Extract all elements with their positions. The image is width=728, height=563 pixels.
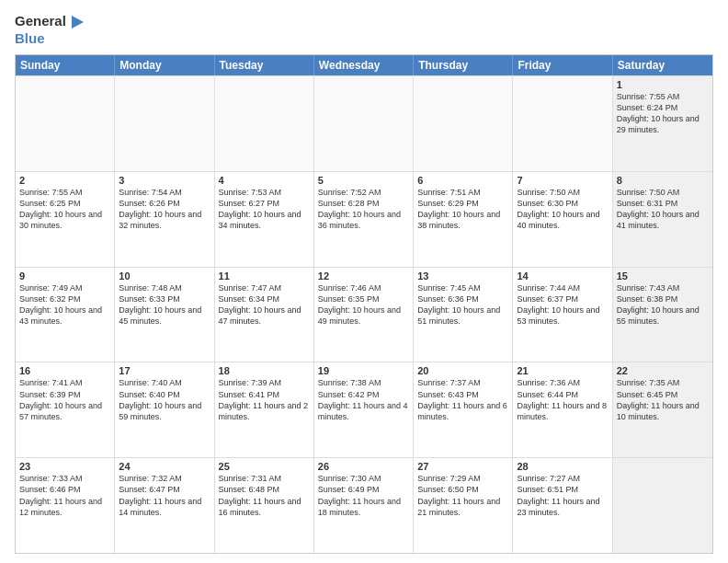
weekday-header-wednesday: Wednesday bbox=[314, 55, 414, 75]
calendar-cell: 20Sunrise: 7:37 AM Sunset: 6:43 PM Dayli… bbox=[414, 362, 513, 457]
calendar-row-4: 16Sunrise: 7:41 AM Sunset: 6:39 PM Dayli… bbox=[16, 362, 712, 457]
cell-info-text: Sunrise: 7:47 AM Sunset: 6:34 PM Dayligh… bbox=[219, 282, 310, 327]
calendar-cell: 19Sunrise: 7:38 AM Sunset: 6:42 PM Dayli… bbox=[314, 362, 414, 457]
calendar-cell: 14Sunrise: 7:44 AM Sunset: 6:37 PM Dayli… bbox=[513, 268, 612, 362]
calendar-cell: 24Sunrise: 7:32 AM Sunset: 6:47 PM Dayli… bbox=[115, 458, 214, 553]
day-number: 25 bbox=[219, 461, 310, 472]
weekday-header-saturday: Saturday bbox=[613, 55, 712, 75]
cell-info-text: Sunrise: 7:51 AM Sunset: 6:29 PM Dayligh… bbox=[417, 187, 508, 232]
day-number: 15 bbox=[617, 270, 709, 282]
cell-info-text: Sunrise: 7:29 AM Sunset: 6:50 PM Dayligh… bbox=[417, 473, 508, 518]
day-number: 28 bbox=[517, 461, 608, 472]
cell-info-text: Sunrise: 7:44 AM Sunset: 6:37 PM Dayligh… bbox=[517, 282, 608, 327]
cell-info-text: Sunrise: 7:32 AM Sunset: 6:47 PM Dayligh… bbox=[119, 473, 210, 518]
day-number: 10 bbox=[119, 270, 210, 282]
cell-info-text: Sunrise: 7:49 AM Sunset: 6:32 PM Dayligh… bbox=[19, 282, 110, 327]
calendar-cell bbox=[215, 76, 314, 171]
calendar-cell: 17Sunrise: 7:40 AM Sunset: 6:40 PM Dayli… bbox=[115, 362, 214, 457]
calendar-cell bbox=[613, 458, 712, 553]
calendar-cell: 9Sunrise: 7:49 AM Sunset: 6:32 PM Daylig… bbox=[16, 268, 115, 362]
calendar-row-1: 1Sunrise: 7:55 AM Sunset: 6:24 PM Daylig… bbox=[16, 75, 712, 171]
day-number: 6 bbox=[417, 175, 508, 186]
day-number: 4 bbox=[219, 175, 310, 186]
calendar-cell bbox=[16, 76, 115, 171]
cell-info-text: Sunrise: 7:52 AM Sunset: 6:28 PM Dayligh… bbox=[318, 187, 409, 232]
calendar-cell: 2Sunrise: 7:55 AM Sunset: 6:25 PM Daylig… bbox=[16, 172, 115, 267]
day-number: 19 bbox=[318, 365, 409, 376]
cell-info-text: Sunrise: 7:31 AM Sunset: 6:48 PM Dayligh… bbox=[219, 473, 310, 518]
day-number: 7 bbox=[517, 175, 608, 186]
day-number: 3 bbox=[119, 175, 210, 186]
calendar-cell: 8Sunrise: 7:50 AM Sunset: 6:31 PM Daylig… bbox=[613, 172, 712, 267]
cell-info-text: Sunrise: 7:39 AM Sunset: 6:41 PM Dayligh… bbox=[219, 377, 310, 422]
cell-info-text: Sunrise: 7:55 AM Sunset: 6:24 PM Dayligh… bbox=[617, 91, 709, 136]
weekday-header-sunday: Sunday bbox=[16, 55, 115, 75]
day-number: 21 bbox=[517, 365, 608, 376]
calendar-cell: 23Sunrise: 7:33 AM Sunset: 6:46 PM Dayli… bbox=[16, 458, 115, 553]
calendar-cell: 5Sunrise: 7:52 AM Sunset: 6:28 PM Daylig… bbox=[314, 172, 414, 267]
calendar-cell: 6Sunrise: 7:51 AM Sunset: 6:29 PM Daylig… bbox=[414, 172, 513, 267]
weekday-header-tuesday: Tuesday bbox=[215, 55, 314, 75]
calendar-cell: 16Sunrise: 7:41 AM Sunset: 6:39 PM Dayli… bbox=[16, 362, 115, 457]
cell-info-text: Sunrise: 7:53 AM Sunset: 6:27 PM Dayligh… bbox=[219, 187, 310, 232]
calendar-cell: 22Sunrise: 7:35 AM Sunset: 6:45 PM Dayli… bbox=[613, 362, 712, 457]
logo-triangle-icon bbox=[67, 14, 84, 30]
day-number: 11 bbox=[219, 270, 310, 282]
cell-info-text: Sunrise: 7:41 AM Sunset: 6:39 PM Dayligh… bbox=[19, 377, 110, 422]
day-number: 23 bbox=[19, 461, 110, 472]
cell-info-text: Sunrise: 7:27 AM Sunset: 6:51 PM Dayligh… bbox=[517, 473, 608, 518]
calendar-row-2: 2Sunrise: 7:55 AM Sunset: 6:25 PM Daylig… bbox=[16, 171, 712, 267]
calendar: SundayMondayTuesdayWednesdayThursdayFrid… bbox=[15, 54, 713, 554]
calendar-cell: 27Sunrise: 7:29 AM Sunset: 6:50 PM Dayli… bbox=[414, 458, 513, 553]
calendar-row-5: 23Sunrise: 7:33 AM Sunset: 6:46 PM Dayli… bbox=[16, 457, 712, 553]
calendar-cell: 15Sunrise: 7:43 AM Sunset: 6:38 PM Dayli… bbox=[613, 268, 712, 362]
calendar-cell: 3Sunrise: 7:54 AM Sunset: 6:26 PM Daylig… bbox=[115, 172, 214, 267]
calendar-header: SundayMondayTuesdayWednesdayThursdayFrid… bbox=[16, 55, 712, 75]
calendar-cell bbox=[414, 76, 513, 171]
day-number: 20 bbox=[417, 365, 508, 376]
calendar-cell: 28Sunrise: 7:27 AM Sunset: 6:51 PM Dayli… bbox=[513, 458, 612, 553]
logo: General Blue bbox=[15, 13, 84, 47]
cell-info-text: Sunrise: 7:50 AM Sunset: 6:31 PM Dayligh… bbox=[617, 187, 709, 232]
calendar-cell: 11Sunrise: 7:47 AM Sunset: 6:34 PM Dayli… bbox=[215, 268, 314, 362]
logo-text: General Blue bbox=[15, 13, 84, 47]
day-number: 14 bbox=[517, 270, 608, 282]
day-number: 1 bbox=[617, 79, 709, 90]
day-number: 16 bbox=[19, 365, 110, 376]
cell-info-text: Sunrise: 7:54 AM Sunset: 6:26 PM Dayligh… bbox=[119, 187, 210, 232]
calendar-cell: 25Sunrise: 7:31 AM Sunset: 6:48 PM Dayli… bbox=[215, 458, 314, 553]
header: General Blue bbox=[15, 13, 713, 47]
cell-info-text: Sunrise: 7:43 AM Sunset: 6:38 PM Dayligh… bbox=[617, 282, 709, 327]
weekday-header-thursday: Thursday bbox=[414, 55, 513, 75]
calendar-cell: 26Sunrise: 7:30 AM Sunset: 6:49 PM Dayli… bbox=[314, 458, 414, 553]
day-number: 5 bbox=[318, 175, 409, 186]
day-number: 17 bbox=[119, 365, 210, 376]
cell-info-text: Sunrise: 7:35 AM Sunset: 6:45 PM Dayligh… bbox=[617, 377, 709, 422]
day-number: 18 bbox=[219, 365, 310, 376]
cell-info-text: Sunrise: 7:30 AM Sunset: 6:49 PM Dayligh… bbox=[318, 473, 409, 518]
cell-info-text: Sunrise: 7:46 AM Sunset: 6:35 PM Dayligh… bbox=[318, 282, 409, 327]
day-number: 26 bbox=[318, 461, 409, 472]
weekday-header-monday: Monday bbox=[115, 55, 214, 75]
cell-info-text: Sunrise: 7:40 AM Sunset: 6:40 PM Dayligh… bbox=[119, 377, 210, 422]
cell-info-text: Sunrise: 7:37 AM Sunset: 6:43 PM Dayligh… bbox=[417, 377, 508, 422]
day-number: 27 bbox=[417, 461, 508, 472]
cell-info-text: Sunrise: 7:48 AM Sunset: 6:33 PM Dayligh… bbox=[119, 282, 210, 327]
svg-marker-0 bbox=[72, 16, 84, 29]
calendar-row-3: 9Sunrise: 7:49 AM Sunset: 6:32 PM Daylig… bbox=[16, 267, 712, 362]
calendar-cell: 21Sunrise: 7:36 AM Sunset: 6:44 PM Dayli… bbox=[513, 362, 612, 457]
day-number: 12 bbox=[318, 270, 409, 282]
calendar-cell bbox=[115, 76, 214, 171]
calendar-cell: 18Sunrise: 7:39 AM Sunset: 6:41 PM Dayli… bbox=[215, 362, 314, 457]
calendar-cell bbox=[513, 76, 612, 171]
day-number: 22 bbox=[617, 365, 709, 376]
day-number: 13 bbox=[417, 270, 508, 282]
cell-info-text: Sunrise: 7:45 AM Sunset: 6:36 PM Dayligh… bbox=[417, 282, 508, 327]
calendar-cell: 12Sunrise: 7:46 AM Sunset: 6:35 PM Dayli… bbox=[314, 268, 414, 362]
cell-info-text: Sunrise: 7:55 AM Sunset: 6:25 PM Dayligh… bbox=[19, 187, 110, 232]
calendar-cell bbox=[314, 76, 414, 171]
day-number: 9 bbox=[19, 270, 110, 282]
calendar-cell: 10Sunrise: 7:48 AM Sunset: 6:33 PM Dayli… bbox=[115, 268, 214, 362]
calendar-cell: 4Sunrise: 7:53 AM Sunset: 6:27 PM Daylig… bbox=[215, 172, 314, 267]
calendar-cell: 7Sunrise: 7:50 AM Sunset: 6:30 PM Daylig… bbox=[513, 172, 612, 267]
